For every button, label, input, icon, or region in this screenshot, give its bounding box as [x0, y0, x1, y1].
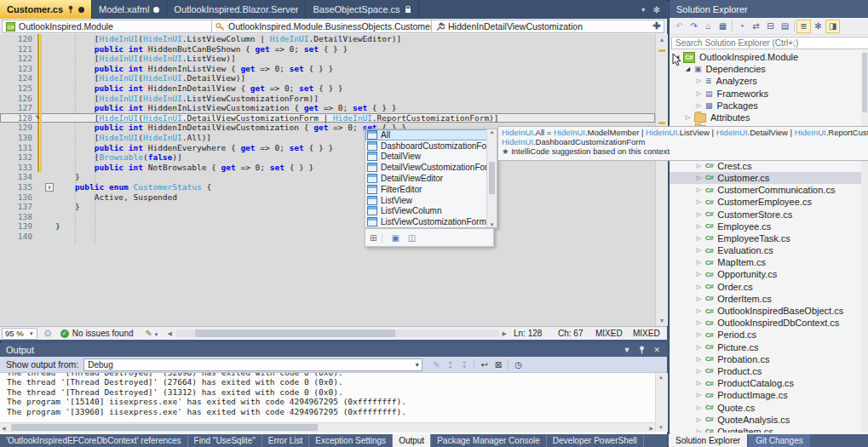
- tree-item[interactable]: ▷C#Picture.cs: [670, 341, 862, 353]
- panel-tab[interactable]: Git Changes: [749, 434, 810, 447]
- enum-filter-icon[interactable]: ▣: [391, 233, 399, 243]
- scroll-left-icon[interactable]: ◀: [2, 425, 6, 431]
- split-editor-icon[interactable]: ✚: [652, 20, 660, 32]
- back-icon[interactable]: ↶: [672, 20, 687, 33]
- code-line[interactable]: 140: [0, 232, 655, 242]
- collapsed-arrow-icon[interactable]: ▷: [695, 90, 703, 97]
- tree-item[interactable]: ▷C#Order.cs: [670, 281, 862, 293]
- collapse-all-icon[interactable]: ⊟: [763, 20, 778, 33]
- collapsed-arrow-icon[interactable]: ▷: [695, 211, 703, 218]
- line-number[interactable]: 126: [0, 94, 32, 104]
- pin-icon[interactable]: [638, 346, 646, 354]
- line-number[interactable]: 138: [0, 212, 32, 222]
- preview-selected-items-icon[interactable]: ◨: [825, 20, 840, 33]
- tree-item[interactable]: ▷C#Crest.cs: [670, 160, 862, 172]
- scroll-thumb[interactable]: [11, 424, 318, 431]
- collapsed-arrow-icon[interactable]: ▷: [695, 223, 703, 230]
- tree-item[interactable]: ▷C#Quote.cs: [670, 401, 862, 413]
- collapsed-arrow-icon[interactable]: ▷: [695, 416, 703, 423]
- line-number[interactable]: 122: [0, 54, 32, 64]
- output-log[interactable]: The thread '[Thread Destroyed]' (32096) …: [0, 373, 655, 421]
- project-dropdown[interactable]: C# OutlookInspired.Module ▼: [2, 20, 225, 33]
- tree-item[interactable]: ▷C#Probation.cs: [670, 353, 862, 365]
- code-line[interactable]: 133 public int NotBrowsable { get => 0; …: [0, 163, 655, 173]
- output-vertical-scrollbar[interactable]: ▲ ▼: [655, 373, 668, 432]
- active-files-dropdown-icon[interactable]: ▼: [641, 7, 647, 13]
- line-number[interactable]: 140: [0, 232, 32, 242]
- tool-window-tab[interactable]: Developer PowerShell: [547, 434, 644, 447]
- expanded-arrow-icon[interactable]: ◢: [684, 66, 692, 72]
- code-line[interactable]: 120 [HideInUI(HideInUI.ListViewColumn | …: [0, 34, 655, 44]
- tree-item[interactable]: ▷C#CustomerStore.cs: [670, 208, 862, 220]
- scroll-up-icon[interactable]: ▲: [658, 375, 664, 380]
- tree-item[interactable]: ▷C#CustomerCommunication.cs: [670, 184, 862, 196]
- hscroll-left-icon[interactable]: ◀: [168, 330, 172, 337]
- tree-item[interactable]: ▷≣Analyzers: [670, 75, 862, 87]
- tree-item[interactable]: ▷▩Packages: [670, 100, 862, 112]
- collapsed-arrow-icon[interactable]: ▷: [695, 331, 703, 338]
- previous-message-icon[interactable]: ↥: [447, 360, 454, 370]
- tool-window-tab[interactable]: Output: [393, 434, 431, 447]
- editor-vertical-scrollbar[interactable]: ▲ ▼: [655, 34, 668, 326]
- code-line[interactable]: 128✎ [HideInUI(HideInUI.DetailViewCustom…: [0, 113, 655, 123]
- scroll-down-icon[interactable]: ▼: [657, 316, 667, 325]
- switch-views-icon[interactable]: ▦: [716, 20, 730, 33]
- intellisense-item[interactable]: DetailViewEditor: [365, 173, 487, 184]
- line-number[interactable]: 137: [0, 202, 32, 212]
- document-tab[interactable]: OutlookInspired.Blazor.Server: [167, 0, 306, 19]
- tree-item[interactable]: ▷C#Customer.cs: [670, 172, 862, 184]
- code-line[interactable]: 124 [HideInUI(HideInUI.DetailView)]: [0, 73, 655, 83]
- tool-window-tab[interactable]: 'OutlookInspiredEFCoreDbContext' referen…: [0, 434, 188, 447]
- code-health-icon[interactable]: ⊙: [44, 328, 52, 339]
- document-tab[interactable]: Customer.cs: [0, 0, 92, 19]
- collapsed-arrow-icon[interactable]: ▷: [695, 307, 703, 314]
- collapsed-arrow-icon[interactable]: ▷: [695, 428, 703, 433]
- collapsed-arrow-icon[interactable]: ▷: [684, 114, 692, 121]
- tree-item[interactable]: ▷C#MapItem.cs: [670, 256, 862, 268]
- show-all-files-icon[interactable]: ▤: [778, 20, 792, 33]
- solution-explorer-title-bar[interactable]: Solution Explorer: [670, 0, 868, 18]
- code-cleanup-pen-icon[interactable]: ✎ ▼: [146, 329, 159, 338]
- scroll-down-icon[interactable]: ▼: [487, 222, 497, 227]
- intellisense-item[interactable]: All: [365, 129, 487, 140]
- intellisense-item[interactable]: DetailViewCustomizationForm: [365, 162, 487, 173]
- tree-item[interactable]: ▷▤Frameworks: [670, 88, 862, 100]
- output-horizontal-scrollbar[interactable]: ◀ ▶: [0, 422, 655, 433]
- word-wrap-icon[interactable]: ↩: [480, 360, 487, 370]
- line-number[interactable]: 123: [0, 64, 32, 74]
- scroll-down-icon[interactable]: ▼: [658, 425, 664, 430]
- collapsed-arrow-icon[interactable]: ▷: [695, 356, 703, 363]
- tool-window-tab[interactable]: Exception Settings: [309, 434, 393, 447]
- tree-item[interactable]: ▷C#Opportunity.cs: [670, 268, 862, 280]
- next-message-icon[interactable]: ↧: [461, 360, 468, 370]
- panel-tab[interactable]: Solution Explorer: [669, 434, 747, 447]
- expand-results-icon[interactable]: ⊞: [370, 233, 382, 243]
- line-number[interactable]: 130: [0, 133, 32, 143]
- tree-item[interactable]: ▷C#OrderItem.cs: [670, 293, 862, 305]
- collapsed-arrow-icon[interactable]: ▷: [695, 247, 703, 254]
- line-number[interactable]: 136: [0, 192, 32, 203]
- solution-explorer-search-input[interactable]: [671, 37, 868, 49]
- line-number[interactable]: 121: [0, 44, 32, 54]
- collapsed-arrow-icon[interactable]: ▷: [695, 175, 703, 181]
- collapsed-arrow-icon[interactable]: ▷: [695, 344, 703, 351]
- scroll-right-icon[interactable]: ▶: [649, 425, 653, 431]
- tree-item[interactable]: ▷C#Employee.cs: [670, 221, 862, 232]
- line-number[interactable]: 139: [0, 221, 32, 232]
- line-number[interactable]: 128: [0, 113, 32, 123]
- home-icon[interactable]: ⌂: [701, 20, 716, 33]
- output-title-bar[interactable]: Output ▼ ✕: [0, 343, 667, 357]
- tree-item[interactable]: ▷C#Evaluation.cs: [670, 244, 862, 256]
- scroll-up-icon[interactable]: ▲: [657, 35, 667, 44]
- code-line[interactable]: 137 }: [0, 202, 655, 212]
- collapsed-arrow-icon[interactable]: ▷: [695, 163, 703, 169]
- window-options-icon[interactable]: ✻: [653, 5, 660, 14]
- code-line[interactable]: 122 [HideInUI(HideInUI.ListView)]: [0, 54, 655, 64]
- line-number[interactable]: 133: [0, 163, 32, 173]
- collapsed-arrow-icon[interactable]: ▷: [695, 404, 703, 411]
- intellisense-scrollbar[interactable]: ▲ ▼: [486, 129, 497, 227]
- line-number[interactable]: 134: [0, 172, 32, 182]
- intellisense-item[interactable]: ListViewColumn: [365, 206, 487, 217]
- tree-item[interactable]: ▷C#CustomerEmployee.cs: [670, 196, 862, 208]
- collapsed-arrow-icon[interactable]: ▷: [695, 392, 703, 398]
